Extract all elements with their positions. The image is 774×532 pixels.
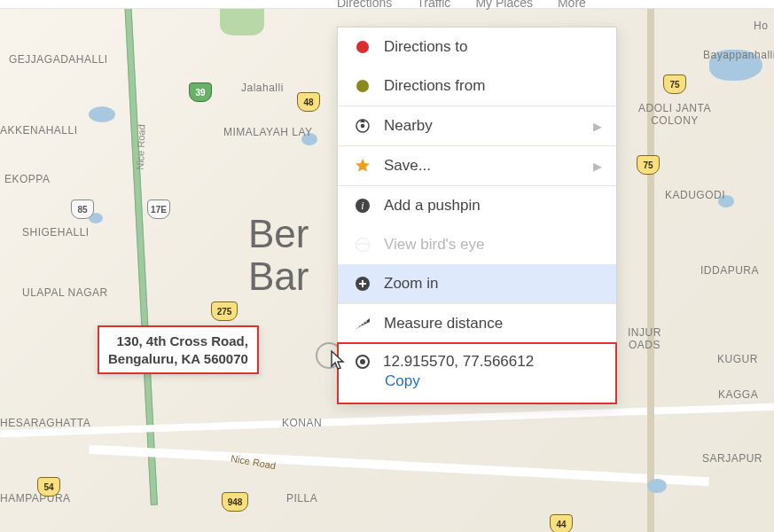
chevron-right-icon: ▶ [593,120,602,133]
ruler-icon [354,315,371,332]
nav-myplaces[interactable]: My Places [475,0,533,10]
road-label: Nice Road [135,124,147,170]
menu-label: View bird's eye [384,236,485,254]
highway-shield: 44 [550,514,573,532]
plus-circle-icon [354,275,371,293]
star-icon [354,157,371,175]
address-line1: 130, 4th Cross Road, [108,332,248,350]
target-icon [354,117,371,135]
chevron-right-icon: ▶ [593,160,602,173]
highway-shield: 54 [37,477,60,497]
coordinates-section: 12.915570, 77.566612 Copy [337,342,617,404]
highway-shield: 48 [297,92,320,112]
svg-text:i: i [361,200,364,212]
olive-dot-icon [354,77,371,95]
context-menu: Directions to Directions from Nearby ▶ S… [337,27,617,404]
birdseye-icon [354,236,371,254]
menu-add-pushpin[interactable]: i Add a pushpin [338,186,616,225]
nav-more[interactable]: More [558,0,586,10]
radio-icon [355,354,371,370]
highway-shield: 39 [189,82,212,102]
menu-label: Measure distance [384,315,503,332]
red-dot-icon [354,38,371,56]
svg-point-7 [360,359,365,364]
svg-point-1 [361,124,365,129]
nav-traffic[interactable]: Traffic [417,0,450,10]
nav-directions[interactable]: Directions [337,0,392,10]
highway-shield: 275 [211,301,238,321]
menu-measure-distance[interactable]: Measure distance [338,304,616,343]
coordinates-text: 12.915570, 77.566612 [383,353,534,371]
highway-shield: 948 [222,492,248,512]
highway-shield: 75 [637,155,660,175]
menu-label: Save... [384,157,431,175]
menu-nearby[interactable]: Nearby ▶ [338,106,616,145]
info-icon: i [354,197,371,215]
menu-zoom-in[interactable]: Zoom in [338,264,616,303]
highway-shield: 75 [663,74,686,94]
top-nav: Directions Traffic My Places More [337,0,586,10]
menu-directions-from[interactable]: Directions from [338,66,616,106]
menu-label: Directions to [384,38,467,56]
menu-birds-eye: View bird's eye [338,225,616,264]
menu-save[interactable]: Save... ▶ [338,146,616,185]
highway-shield: 17E [147,200,170,219]
menu-label: Add a pushpin [384,197,481,215]
menu-label: Nearby [384,117,433,135]
menu-directions-to[interactable]: Directions to [338,27,616,66]
menu-label: Zoom in [384,275,438,293]
highway-shield: 85 [71,200,94,219]
menu-label: Directions from [384,77,485,95]
address-tooltip: 130, 4th Cross Road, Bengaluru, KA 56007… [98,325,259,374]
copy-coordinates-link[interactable]: Copy [385,372,420,390]
address-line2: Bengaluru, KA 560070 [108,350,248,368]
